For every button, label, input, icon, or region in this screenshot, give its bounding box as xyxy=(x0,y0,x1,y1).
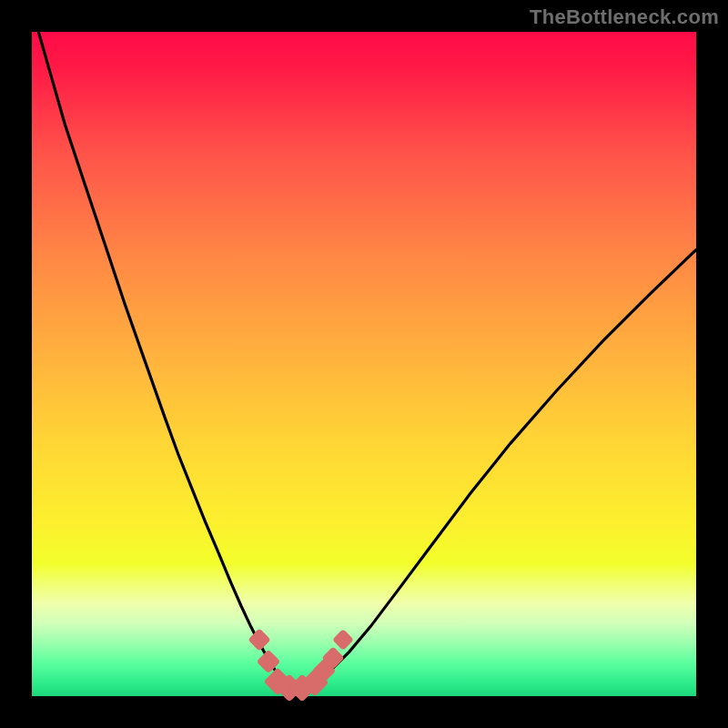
bottleneck-curve xyxy=(38,32,696,689)
chart-frame: TheBottleneck.com xyxy=(0,0,728,728)
watermark-text: TheBottleneck.com xyxy=(530,5,719,29)
curve-svg xyxy=(32,32,696,696)
plot-area xyxy=(32,32,696,696)
